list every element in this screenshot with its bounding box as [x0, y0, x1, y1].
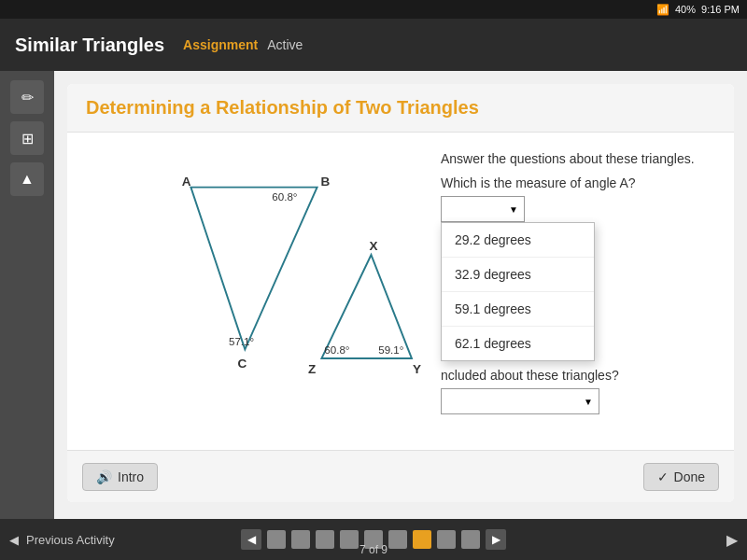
grid-icon[interactable]: ⊞	[10, 121, 44, 155]
page-next-button[interactable]: ▶	[486, 529, 506, 550]
card-footer: 🔊 Intro ✓ Done	[67, 450, 734, 502]
option-29.2[interactable]: 29.2 degrees	[442, 223, 594, 258]
page-dot-9[interactable]	[461, 530, 480, 549]
page-dot-7[interactable]	[413, 530, 431, 549]
svg-text:B: B	[320, 175, 330, 189]
page-prev-button[interactable]: ◀	[241, 529, 261, 550]
done-button[interactable]: ✓ Done	[643, 463, 719, 491]
dropdown-arrow-icon: ▼	[509, 204, 518, 215]
up-arrow-icon[interactable]: ▲	[10, 162, 44, 196]
intro-label: Intro	[118, 469, 144, 484]
svg-text:Z: Z	[308, 362, 316, 376]
svg-text:57.1°: 57.1°	[229, 336, 254, 347]
card-body: A B C 60.8° 57.1° X Y Z 60.8° 59.1°	[67, 133, 734, 450]
header: Similar Triangles Assignment Active	[0, 19, 747, 71]
left-arrow-icon: ◀	[9, 533, 19, 547]
question3-text-content: ncluded about these triangles?	[441, 368, 619, 383]
card-header: Determining a Relationship of Two Triang…	[67, 84, 734, 133]
conclusion-arrow-icon: ▼	[584, 397, 593, 407]
angle-dropdown[interactable]: ▼	[441, 196, 525, 222]
bottom-bar: ◀ Previous Activity ◀ ▶ 7 of 9 ▶	[0, 519, 747, 560]
option-32.9[interactable]: 32.9 degrees	[442, 258, 594, 292]
page-dot-8[interactable]	[437, 530, 456, 549]
page-dot-6[interactable]	[388, 530, 407, 549]
card-title: Determining a Relationship of Two Triang…	[86, 97, 715, 119]
page-count: 7 of 9	[359, 543, 388, 556]
content-card: Determining a Relationship of Two Triang…	[67, 84, 734, 502]
wifi-icon: 📶	[656, 4, 669, 16]
questions-panel: Answer the questions about these triangl…	[441, 151, 715, 431]
prev-activity-label: Previous Activity	[26, 533, 115, 547]
next-arrow[interactable]: ▶	[726, 519, 738, 560]
angle-dropdown-menu: 29.2 degrees 32.9 degrees 59.1 degrees 6…	[441, 222, 595, 361]
done-label: Done	[674, 469, 705, 484]
pencil-icon[interactable]: ✏	[10, 80, 44, 114]
svg-marker-0	[190, 188, 317, 350]
page-dot-1[interactable]	[267, 530, 286, 549]
question3-partial: ncluded about these triangles?	[441, 368, 715, 383]
option-59.1[interactable]: 59.1 degrees	[442, 292, 594, 327]
active-label: Active	[267, 37, 303, 52]
svg-text:Y: Y	[413, 362, 421, 376]
conclusion-dropdown-wrapper: ▼	[441, 388, 599, 414]
page-dot-2[interactable]	[291, 530, 310, 549]
svg-text:60.8°: 60.8°	[272, 191, 297, 203]
svg-text:59.1°: 59.1°	[378, 344, 403, 356]
triangle-diagram: A B C 60.8° 57.1° X Y Z 60.8° 59.1°	[86, 151, 422, 431]
svg-marker-6	[321, 255, 412, 358]
svg-text:X: X	[370, 239, 378, 253]
status-bar: 📶 40% 9:16 PM	[0, 0, 747, 19]
battery-indicator: 40%	[675, 4, 696, 15]
svg-text:C: C	[238, 357, 247, 371]
check-icon: ✓	[657, 469, 669, 484]
left-sidebar: ✏ ⊞ ▲	[0, 71, 54, 519]
prev-activity[interactable]: ◀ Previous Activity	[9, 519, 115, 560]
page-dot-3[interactable]	[316, 530, 334, 549]
assignment-label[interactable]: Assignment	[183, 37, 258, 52]
conclusion-dropdown[interactable]: ▼	[441, 388, 599, 414]
page-dot-4[interactable]	[340, 530, 359, 549]
svg-text:A: A	[182, 175, 191, 189]
app-title: Similar Triangles	[15, 35, 164, 56]
speaker-icon: 🔊	[96, 469, 112, 484]
option-62.1[interactable]: 62.1 degrees	[442, 327, 594, 360]
main-content: Determining a Relationship of Two Triang…	[54, 71, 747, 519]
time-display: 9:16 PM	[701, 4, 740, 15]
question1-label: Which is the measure of angle A?	[441, 175, 715, 190]
intro-button[interactable]: 🔊 Intro	[82, 463, 158, 491]
svg-text:60.8°: 60.8°	[324, 344, 349, 356]
question-intro: Answer the questions about these triangl…	[441, 151, 715, 166]
